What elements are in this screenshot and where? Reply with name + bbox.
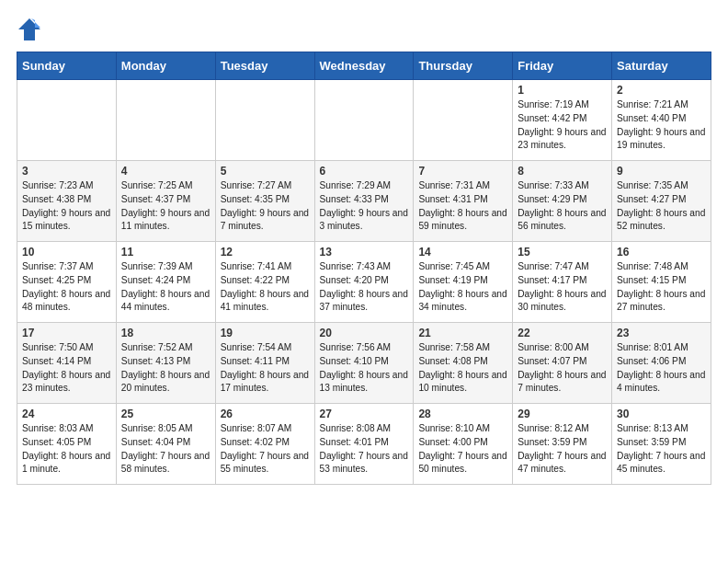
day-info: Sunrise: 7:39 AM Sunset: 4:24 PM Dayligh… (121, 260, 210, 315)
day-info: Sunrise: 8:13 AM Sunset: 3:59 PM Dayligh… (617, 422, 706, 477)
calendar-week-row: 10Sunrise: 7:37 AM Sunset: 4:25 PM Dayli… (17, 242, 711, 323)
day-info: Sunrise: 7:56 AM Sunset: 4:10 PM Dayligh… (320, 341, 409, 396)
day-number: 9 (617, 165, 706, 178)
day-header-monday: Monday (116, 52, 215, 80)
calendar-cell: 27Sunrise: 8:08 AM Sunset: 4:01 PM Dayli… (314, 404, 414, 485)
day-info: Sunrise: 7:27 AM Sunset: 4:35 PM Dayligh… (221, 179, 310, 234)
day-number: 21 (418, 327, 507, 339)
calendar-cell: 22Sunrise: 8:00 AM Sunset: 4:07 PM Dayli… (513, 323, 612, 404)
day-info: Sunrise: 7:19 AM Sunset: 4:42 PM Dayligh… (518, 98, 607, 153)
calendar-cell (17, 80, 117, 161)
calendar-cell: 30Sunrise: 8:13 AM Sunset: 3:59 PM Dayli… (612, 404, 711, 485)
day-number: 5 (221, 165, 310, 178)
calendar-cell: 17Sunrise: 7:50 AM Sunset: 4:14 PM Dayli… (17, 323, 117, 404)
day-info: Sunrise: 7:58 AM Sunset: 4:08 PM Dayligh… (418, 341, 507, 396)
day-number: 7 (418, 165, 507, 178)
calendar-cell: 2Sunrise: 7:21 AM Sunset: 4:40 PM Daylig… (612, 80, 711, 161)
calendar-cell: 7Sunrise: 7:31 AM Sunset: 4:31 PM Daylig… (414, 161, 513, 242)
calendar-cell: 24Sunrise: 8:03 AM Sunset: 4:05 PM Dayli… (17, 404, 117, 485)
calendar-cell: 16Sunrise: 7:48 AM Sunset: 4:15 PM Dayli… (612, 242, 711, 323)
logo (17, 17, 46, 42)
day-info: Sunrise: 7:25 AM Sunset: 4:37 PM Dayligh… (121, 179, 210, 234)
day-number: 4 (121, 165, 210, 178)
day-info: Sunrise: 7:33 AM Sunset: 4:29 PM Dayligh… (518, 179, 607, 234)
calendar-cell (414, 80, 513, 161)
day-number: 13 (320, 246, 409, 259)
day-number: 18 (121, 327, 210, 339)
day-info: Sunrise: 8:03 AM Sunset: 4:05 PM Dayligh… (22, 422, 111, 477)
day-number: 17 (22, 327, 111, 339)
day-number: 14 (418, 246, 507, 259)
day-header-saturday: Saturday (612, 52, 711, 80)
day-info: Sunrise: 8:05 AM Sunset: 4:04 PM Dayligh… (121, 422, 210, 477)
day-number: 2 (617, 84, 706, 97)
day-info: Sunrise: 7:43 AM Sunset: 4:20 PM Dayligh… (320, 260, 409, 315)
day-info: Sunrise: 7:48 AM Sunset: 4:15 PM Dayligh… (617, 260, 706, 315)
day-number: 23 (617, 327, 706, 339)
calendar-cell (314, 80, 414, 161)
day-number: 19 (221, 327, 310, 339)
calendar-cell: 8Sunrise: 7:33 AM Sunset: 4:29 PM Daylig… (513, 161, 612, 242)
calendar-cell: 5Sunrise: 7:27 AM Sunset: 4:35 PM Daylig… (215, 161, 314, 242)
day-info: Sunrise: 8:12 AM Sunset: 3:59 PM Dayligh… (518, 422, 607, 477)
day-info: Sunrise: 7:37 AM Sunset: 4:25 PM Dayligh… (22, 260, 111, 315)
logo-icon (17, 17, 42, 42)
day-info: Sunrise: 7:47 AM Sunset: 4:17 PM Dayligh… (518, 260, 607, 315)
calendar-cell: 3Sunrise: 7:23 AM Sunset: 4:38 PM Daylig… (17, 161, 117, 242)
calendar-cell: 10Sunrise: 7:37 AM Sunset: 4:25 PM Dayli… (17, 242, 117, 323)
calendar-cell: 26Sunrise: 8:07 AM Sunset: 4:02 PM Dayli… (215, 404, 314, 485)
day-number: 10 (22, 246, 111, 259)
page: SundayMondayTuesdayWednesdayThursdayFrid… (0, 0, 728, 494)
calendar-cell: 19Sunrise: 7:54 AM Sunset: 4:11 PM Dayli… (215, 323, 314, 404)
calendar-cell: 12Sunrise: 7:41 AM Sunset: 4:22 PM Dayli… (215, 242, 314, 323)
day-info: Sunrise: 7:35 AM Sunset: 4:27 PM Dayligh… (617, 179, 706, 234)
day-info: Sunrise: 7:50 AM Sunset: 4:14 PM Dayligh… (22, 341, 111, 396)
calendar-cell: 25Sunrise: 8:05 AM Sunset: 4:04 PM Dayli… (116, 404, 215, 485)
day-header-tuesday: Tuesday (215, 52, 314, 80)
calendar-cell: 1Sunrise: 7:19 AM Sunset: 4:42 PM Daylig… (513, 80, 612, 161)
day-number: 22 (518, 327, 607, 339)
day-number: 12 (221, 246, 310, 259)
day-number: 27 (320, 408, 409, 420)
day-header-friday: Friday (513, 52, 612, 80)
header (17, 17, 711, 42)
day-number: 29 (518, 408, 607, 420)
day-info: Sunrise: 8:07 AM Sunset: 4:02 PM Dayligh… (221, 422, 310, 477)
calendar-header-row: SundayMondayTuesdayWednesdayThursdayFrid… (17, 52, 711, 80)
day-info: Sunrise: 7:21 AM Sunset: 4:40 PM Dayligh… (617, 98, 706, 153)
day-number: 24 (22, 408, 111, 420)
day-number: 15 (518, 246, 607, 259)
day-info: Sunrise: 7:45 AM Sunset: 4:19 PM Dayligh… (418, 260, 507, 315)
svg-marker-0 (18, 18, 40, 40)
day-number: 1 (518, 84, 607, 97)
day-number: 6 (320, 165, 409, 178)
day-header-wednesday: Wednesday (314, 52, 414, 80)
calendar-cell: 28Sunrise: 8:10 AM Sunset: 4:00 PM Dayli… (414, 404, 513, 485)
day-info: Sunrise: 7:41 AM Sunset: 4:22 PM Dayligh… (221, 260, 310, 315)
day-info: Sunrise: 8:10 AM Sunset: 4:00 PM Dayligh… (418, 422, 507, 477)
day-header-thursday: Thursday (414, 52, 513, 80)
calendar-cell: 21Sunrise: 7:58 AM Sunset: 4:08 PM Dayli… (414, 323, 513, 404)
calendar-cell: 29Sunrise: 8:12 AM Sunset: 3:59 PM Dayli… (513, 404, 612, 485)
calendar-cell: 11Sunrise: 7:39 AM Sunset: 4:24 PM Dayli… (116, 242, 215, 323)
day-info: Sunrise: 7:23 AM Sunset: 4:38 PM Dayligh… (22, 179, 111, 234)
day-header-sunday: Sunday (17, 52, 117, 80)
calendar-cell (215, 80, 314, 161)
calendar-cell: 14Sunrise: 7:45 AM Sunset: 4:19 PM Dayli… (414, 242, 513, 323)
day-info: Sunrise: 7:29 AM Sunset: 4:33 PM Dayligh… (320, 179, 409, 234)
calendar-cell (116, 80, 215, 161)
calendar-cell: 9Sunrise: 7:35 AM Sunset: 4:27 PM Daylig… (612, 161, 711, 242)
calendar-cell: 23Sunrise: 8:01 AM Sunset: 4:06 PM Dayli… (612, 323, 711, 404)
day-number: 20 (320, 327, 409, 339)
day-info: Sunrise: 7:54 AM Sunset: 4:11 PM Dayligh… (221, 341, 310, 396)
calendar-cell: 4Sunrise: 7:25 AM Sunset: 4:37 PM Daylig… (116, 161, 215, 242)
day-number: 3 (22, 165, 111, 178)
calendar-week-row: 3Sunrise: 7:23 AM Sunset: 4:38 PM Daylig… (17, 161, 711, 242)
calendar-cell: 18Sunrise: 7:52 AM Sunset: 4:13 PM Dayli… (116, 323, 215, 404)
day-info: Sunrise: 8:00 AM Sunset: 4:07 PM Dayligh… (518, 341, 607, 396)
day-info: Sunrise: 8:08 AM Sunset: 4:01 PM Dayligh… (320, 422, 409, 477)
calendar-cell: 20Sunrise: 7:56 AM Sunset: 4:10 PM Dayli… (314, 323, 414, 404)
day-number: 28 (418, 408, 507, 420)
calendar-table: SundayMondayTuesdayWednesdayThursdayFrid… (17, 52, 711, 485)
day-number: 30 (617, 408, 706, 420)
